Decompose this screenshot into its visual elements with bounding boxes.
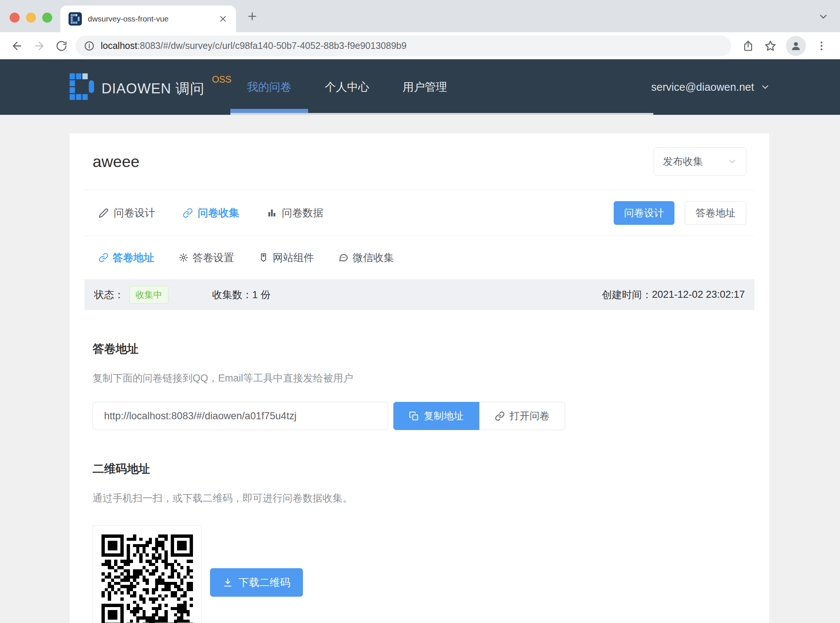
site-info-icon xyxy=(84,40,95,52)
nav-item-user-management[interactable]: 用户管理 xyxy=(386,59,464,115)
share-icon[interactable] xyxy=(737,35,759,57)
url-text: localhost:8083/#/dw/survey/c/url/c98fa14… xyxy=(101,40,407,51)
chevron-down-icon xyxy=(760,82,770,92)
favicon xyxy=(69,12,82,26)
status-bar: 状态： 收集中 收集数： 1 份 创建时间： 2021-12-02 23:02:… xyxy=(84,279,754,310)
bar-chart-icon xyxy=(267,208,277,218)
survey-card: aweee 发布收集 问卷设计 问卷收集 问卷数据 问卷设计 答卷地址 答卷地址 xyxy=(70,134,769,623)
qrcode-heading: 二维码地址 xyxy=(93,461,754,477)
window-controls xyxy=(10,12,52,23)
nav-item-my-surveys[interactable]: 我的问卷 xyxy=(230,59,308,115)
tab-survey-data[interactable]: 问卷数据 xyxy=(267,206,323,220)
status-label: 状态： xyxy=(94,288,124,301)
qrcode-row: 下载二维码 xyxy=(93,526,754,623)
qrcode-description: 通过手机扫一扫，或下载二维码，即可进行问卷数据收集。 xyxy=(93,491,754,505)
status-badge: 收集中 xyxy=(129,286,169,304)
collect-count-label: 收集数： xyxy=(212,288,252,301)
subtab-answer-url[interactable]: 答卷地址 xyxy=(98,251,154,265)
subtab-wechat-collect[interactable]: 微信收集 xyxy=(339,251,394,265)
publish-mode-select[interactable]: 发布收集 xyxy=(654,147,746,176)
window-zoom-button[interactable] xyxy=(42,12,52,23)
qrcode-section: 二维码地址 通过手机扫一扫，或下载二维码，即可进行问卷数据收集。 下载二维码 xyxy=(84,461,754,623)
brand[interactable]: DIAOWEN 调问 OSS xyxy=(70,73,231,100)
browser-address-bar: localhost:8083/#/dw/survey/c/url/c98fa14… xyxy=(0,32,840,59)
gear-icon xyxy=(178,253,189,262)
back-icon[interactable] xyxy=(6,35,28,57)
brand-name: DIAOWEN 调问 xyxy=(101,79,204,98)
subtab-site-widget[interactable]: 网站组件 xyxy=(259,251,314,265)
answer-url-button[interactable]: 答卷地址 xyxy=(685,201,746,225)
browser-menu-kebab-icon[interactable] xyxy=(810,35,832,57)
publish-mode-value: 发布收集 xyxy=(663,155,703,168)
url-omnibox[interactable]: localhost:8083/#/dw/survey/c/url/c98fa14… xyxy=(75,35,731,56)
collect-count-value: 1 份 xyxy=(252,288,271,301)
browser-profile-avatar[interactable] xyxy=(786,36,806,56)
window-minimize-button[interactable] xyxy=(26,12,36,23)
created-time-label: 创建时间： xyxy=(602,288,652,301)
tab-survey-design[interactable]: 问卷设计 xyxy=(98,206,155,220)
forward-icon[interactable] xyxy=(28,35,51,57)
download-qrcode-button[interactable]: 下载二维码 xyxy=(210,568,303,597)
nav-menu-baseline xyxy=(230,113,653,115)
subtab-answer-settings[interactable]: 答卷设置 xyxy=(178,251,234,265)
browser-tab[interactable]: dwsurvey-oss-front-vue xyxy=(60,6,236,32)
download-icon xyxy=(222,577,233,588)
survey-tabs-row: 问卷设计 问卷收集 问卷数据 问卷设计 答卷地址 xyxy=(84,190,754,236)
open-survey-button[interactable]: 打开问卷 xyxy=(479,402,565,430)
answer-url-section: 答卷地址 复制下面的问卷链接到QQ，Email等工具中直接发给被用户 http:… xyxy=(84,341,754,430)
tab-title: dwsurvey-oss-front-vue xyxy=(88,14,212,23)
user-email: service@diaowen.net xyxy=(651,81,754,94)
brand-badge: OSS xyxy=(212,74,231,85)
answer-url-description: 复制下面的问卷链接到QQ，Email等工具中直接发给被用户 xyxy=(93,371,754,385)
page-title: aweee xyxy=(93,153,139,171)
created-time-value: 2021-12-02 23:02:17 xyxy=(652,289,745,301)
app-header: DIAOWEN 调问 OSS 我的问卷 个人中心 用户管理 service@di… xyxy=(0,59,840,115)
survey-actions: 问卷设计 答卷地址 xyxy=(614,201,746,225)
nav-item-personal-center[interactable]: 个人中心 xyxy=(308,59,386,115)
diaowen-logo xyxy=(70,73,94,100)
browser-tab-strip: dwsurvey-oss-front-vue xyxy=(0,0,840,32)
link-icon xyxy=(495,411,505,421)
pencil-icon xyxy=(98,208,109,218)
survey-design-button[interactable]: 问卷设计 xyxy=(614,201,674,225)
window-close-button[interactable] xyxy=(10,12,20,23)
url-button-group: 复制地址 打开问卷 xyxy=(393,402,565,430)
new-tab-button[interactable] xyxy=(246,11,258,22)
link-icon xyxy=(98,253,109,262)
main-nav-menu: 我的问卷 个人中心 用户管理 xyxy=(230,59,464,115)
tab-survey-collect[interactable]: 问卷收集 xyxy=(182,206,239,220)
chevron-down-icon xyxy=(727,157,737,166)
user-account-dropdown[interactable]: service@diaowen.net xyxy=(651,59,770,115)
link-icon xyxy=(182,208,193,218)
tag-icon xyxy=(259,253,268,262)
reload-icon[interactable] xyxy=(51,35,73,57)
copy-icon xyxy=(409,411,419,421)
collect-subtabs-row: 答卷地址 答卷设置 网站组件 微信收集 xyxy=(84,236,754,279)
answer-url-heading: 答卷地址 xyxy=(93,341,754,357)
chat-bubble-icon xyxy=(339,253,348,262)
qrcode-image xyxy=(93,526,202,623)
tab-close-icon[interactable] xyxy=(218,14,228,24)
answer-url-row: http://localhost:8083/#/diaowen/a01f75u4… xyxy=(93,402,754,430)
bookmark-star-icon[interactable] xyxy=(759,35,782,57)
copy-url-button[interactable]: 复制地址 xyxy=(393,402,479,430)
title-row: aweee 发布收集 xyxy=(84,134,754,190)
tab-search-chevron-icon[interactable] xyxy=(818,11,829,22)
survey-url-input[interactable]: http://localhost:8083/#/diaowen/a01f75u4… xyxy=(93,402,388,430)
nav-active-underline xyxy=(230,109,308,113)
